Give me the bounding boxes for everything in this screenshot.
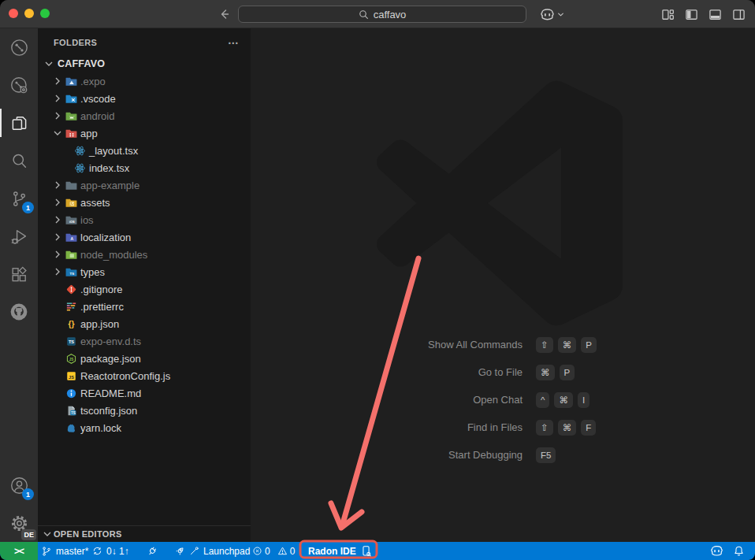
minimize-button[interactable] — [24, 9, 34, 18]
tree-item--expo[interactable]: .expo — [38, 72, 251, 90]
tree-item-localization[interactable]: Alocalization — [38, 228, 251, 246]
tree-item-readme-md[interactable]: README.md — [38, 384, 251, 402]
tree-root-folder[interactable]: CAFFAVO — [38, 55, 251, 72]
warning-count: 0 — [290, 546, 296, 557]
toggle-panel-icon[interactable] — [709, 8, 722, 21]
git-branch-icon — [41, 546, 52, 557]
radon-inspect-view-icon[interactable] — [0, 66, 38, 104]
js-icon: JS — [64, 369, 78, 382]
shortcut-keys: ⇧⌘P — [523, 337, 755, 353]
tree-item-tsconfig-json[interactable]: TStsconfig.json — [38, 402, 251, 419]
accounts-icon[interactable]: 1 — [0, 466, 38, 504]
keycap: P — [581, 337, 597, 353]
file-label: README.md — [80, 388, 141, 399]
file-label: .gitignore — [80, 284, 122, 295]
folder-expo-icon — [64, 75, 78, 87]
svg-text:{}: {} — [68, 320, 74, 328]
open-editors-header[interactable]: OPEN EDITORS — [38, 525, 251, 542]
file-tree: CAFFAVO.expo.vscodeandroidapp_layout.tsx… — [38, 55, 251, 436]
radon-ide-view-icon[interactable] — [0, 28, 38, 66]
tree-item-app-json[interactable]: {}app.json — [38, 315, 251, 332]
file-label: .vscode — [80, 93, 116, 105]
run-debug-view-icon[interactable] — [0, 217, 38, 255]
sync-status-item[interactable]: 0↓ 1↑ — [92, 542, 129, 560]
tree-item-types[interactable]: TStypes — [38, 263, 251, 280]
tree-item-reactotronconfig-js[interactable]: JSReactotronConfig.js — [38, 367, 251, 384]
shortcut-row: Find in Files⇧⌘F — [251, 414, 755, 441]
tree-item-ios[interactable]: iOSios — [38, 211, 251, 228]
github-view-icon[interactable] — [0, 293, 38, 331]
shortcut-keys: ⇧⌘F — [523, 420, 755, 436]
tree-item-yarn-lock[interactable]: yarn.lock — [38, 419, 251, 436]
chevron-spacer — [51, 404, 64, 417]
file-label: localization — [80, 232, 131, 243]
settings-gear-icon[interactable]: DE — [0, 504, 38, 542]
chevron-right-icon — [51, 92, 64, 105]
notifications-status-item[interactable] — [733, 542, 745, 560]
tree-item--gitignore[interactable]: .gitignore — [38, 280, 251, 298]
remote-indicator[interactable]: >< — [0, 542, 38, 560]
chevron-right-icon — [51, 231, 64, 243]
file-label: tsconfig.json — [80, 405, 137, 417]
file-label: android — [80, 110, 114, 122]
keycap: ^ — [536, 392, 549, 408]
copilot-icon — [540, 7, 555, 22]
tree-item-node-modules[interactable]: node_modules — [38, 246, 251, 263]
radon-ide-status-item[interactable]: Radon IDE — [308, 542, 372, 560]
copilot-menu-button[interactable] — [540, 0, 564, 28]
chevron-spacer — [60, 161, 73, 174]
problems-status-item[interactable]: 0 0 — [252, 542, 295, 560]
source-control-view-icon[interactable]: 1 — [0, 180, 38, 217]
port-status-item[interactable] — [147, 542, 158, 560]
shortcut-label: Go to File — [251, 366, 523, 378]
tree-item-app-example[interactable]: app-example — [38, 176, 251, 194]
search-icon — [359, 9, 369, 20]
launchpad-status-item[interactable]: Launchpad — [174, 542, 250, 560]
zoom-button[interactable] — [40, 9, 50, 18]
keycap: ⌘ — [558, 420, 577, 436]
tree-item-index-tsx[interactable]: index.tsx — [38, 159, 251, 176]
chevron-spacer — [51, 335, 64, 347]
react-icon — [73, 144, 87, 157]
bell-icon — [733, 545, 745, 557]
folder-vscode-icon — [64, 92, 78, 105]
vscode-watermark-logo — [377, 80, 623, 326]
tree-item--prettierrc[interactable]: .prettierrc — [38, 298, 251, 315]
tree-item-android[interactable]: android — [38, 107, 251, 124]
tree-item-assets[interactable]: assets — [38, 194, 251, 211]
folder-types-icon: TS — [64, 265, 78, 278]
chevron-spacer — [51, 352, 64, 365]
tree-item-package-json[interactable]: JSpackage.json — [38, 350, 251, 367]
scm-badge: 1 — [22, 202, 34, 213]
tree-item-app[interactable]: app — [38, 124, 251, 142]
file-label: types — [80, 266, 105, 278]
chevron-down-icon — [43, 57, 55, 70]
plug-icon — [147, 546, 158, 557]
chevron-down-icon — [51, 127, 64, 139]
tree-item--layout-tsx[interactable]: _layout.tsx — [38, 142, 251, 159]
editor-area: Show All Commands⇧⌘PGo to File⌘POpen Cha… — [251, 28, 755, 542]
extensions-view-icon[interactable] — [0, 255, 38, 293]
explorer-sidebar: FOLDERS ⋯ CAFFAVO.expo.vscodeandroidapp_… — [38, 28, 251, 542]
branch-status-item[interactable]: master* — [41, 542, 88, 560]
explorer-view-icon[interactable] — [0, 104, 38, 142]
more-actions-icon[interactable]: ⋯ — [228, 36, 240, 49]
toggle-primary-sidebar-icon[interactable] — [685, 8, 698, 21]
window-controls — [9, 9, 50, 18]
tree-item--vscode[interactable]: .vscode — [38, 90, 251, 107]
close-button[interactable] — [9, 9, 18, 18]
search-view-icon[interactable] — [0, 142, 38, 180]
svg-text:JS: JS — [69, 357, 73, 361]
nav-back-icon[interactable] — [218, 8, 230, 20]
svg-text:A: A — [70, 236, 73, 241]
command-center-search[interactable]: caffavo — [238, 6, 526, 23]
keycap: ⇧ — [536, 420, 553, 436]
customize-layout-icon[interactable] — [661, 8, 675, 21]
rocket-icon — [174, 546, 185, 557]
copilot-status-item[interactable] — [710, 542, 723, 560]
tree-item-expo-env-d-ts[interactable]: TSexpo-env.d.ts — [38, 332, 251, 350]
brush-icon — [189, 546, 199, 556]
toggle-secondary-sidebar-icon[interactable] — [732, 8, 746, 21]
svg-text:TS: TS — [69, 272, 74, 276]
search-value: caffavo — [374, 9, 407, 20]
